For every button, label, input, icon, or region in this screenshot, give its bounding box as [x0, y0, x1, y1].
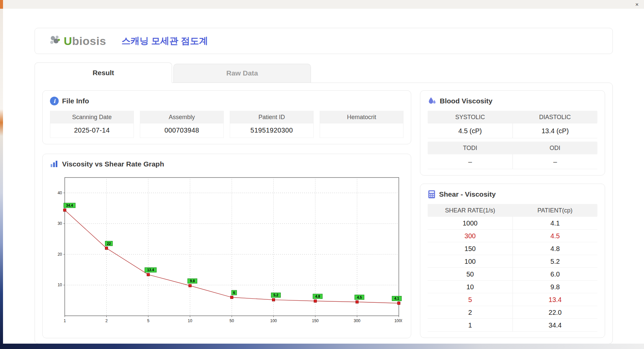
- svg-text:13.4: 13.4: [147, 268, 154, 272]
- table-row: 513.4: [428, 293, 597, 306]
- table-row: 134.4: [428, 319, 597, 332]
- table-row: 10004.1: [428, 217, 597, 230]
- bv-header: DIASTOLIC: [513, 111, 597, 123]
- table-row: 3004.5: [428, 230, 597, 242]
- shear-table: SHEAR RATE(1/s)PATIENT(cp)10004.13004.51…: [428, 204, 597, 332]
- patient-cp-cell: 34.4: [513, 319, 597, 332]
- ubiosis-logo-icon: [48, 34, 62, 48]
- shear-rate-cell: 1000: [428, 217, 513, 230]
- svg-text:20: 20: [58, 252, 62, 257]
- bv-header-row: SYSTOLICDIASTOLIC: [428, 111, 597, 123]
- svg-text:2: 2: [105, 318, 108, 323]
- patient-cp-cell: 4.8: [513, 242, 597, 255]
- graph-title-row: Viscosity vs Shear Rate Graph: [50, 160, 404, 168]
- header-card: U biosis 스캐닝 모세관 점도계: [35, 28, 613, 54]
- right-column: Blood Viscosity SYSTOLICDIASTOLIC4.5 (cP…: [420, 90, 605, 336]
- bv-value: 4.5 (cP): [428, 123, 513, 138]
- svg-text:40: 40: [58, 191, 62, 195]
- bv-header-row: TODIODI: [428, 142, 597, 154]
- svg-text:30: 30: [58, 221, 62, 226]
- logo-text: U biosis: [64, 35, 106, 48]
- page-title: 스캐닝 모세관 점도계: [121, 35, 208, 47]
- field-label: Assembly: [140, 111, 223, 123]
- field-value: 2025-07-14: [50, 123, 133, 138]
- svg-text:1: 1: [64, 318, 66, 323]
- left-column: i File Info Scanning Date2025-07-14Assem…: [42, 90, 411, 336]
- svg-text:5: 5: [147, 318, 150, 323]
- shear-rate-cell: 5: [428, 293, 513, 306]
- bv-header: SYSTOLIC: [428, 111, 513, 123]
- tab-raw-data[interactable]: Raw Data: [173, 64, 311, 83]
- svg-text:10: 10: [58, 283, 62, 287]
- bv-header: TODI: [428, 142, 513, 154]
- svg-text:4.1: 4.1: [394, 296, 399, 300]
- file-info-title: File Info: [62, 97, 89, 105]
- bv-value-row: ––: [428, 154, 597, 169]
- field-label: Patient ID: [230, 111, 313, 123]
- patient-cp-cell: 9.8: [513, 281, 597, 293]
- table-row: 109.8: [428, 281, 597, 293]
- blood-viscosity-panel: Blood Viscosity SYSTOLICDIASTOLIC4.5 (cP…: [420, 90, 605, 176]
- shear-rate-cell: 100: [428, 255, 513, 268]
- logo-text-rest: biosis: [72, 35, 106, 48]
- app-window: U biosis 스캐닝 모세관 점도계 ResultRaw Data i Fi…: [3, 9, 644, 344]
- file-info-title-row: i File Info: [50, 97, 404, 105]
- table-row: 1005.2: [428, 255, 597, 268]
- calculator-icon: [428, 190, 436, 199]
- bv-value: 13.4 (cP): [513, 123, 597, 138]
- viscosity-chart: 125105010015030010001020304034.42213.49.…: [50, 173, 403, 332]
- patient-cp-cell: 6.0: [513, 268, 597, 281]
- field-label: Scanning Date: [50, 111, 133, 123]
- droplet-icon: [428, 97, 436, 105]
- field-value: 51951920300: [230, 123, 313, 138]
- desktop-edge-accent: [0, 0, 3, 9]
- bv-value: –: [428, 154, 513, 169]
- field-label: Hematocrit: [320, 111, 403, 123]
- svg-text:22: 22: [107, 242, 111, 246]
- svg-text:150: 150: [312, 318, 319, 323]
- bv-row-gap: [428, 138, 597, 142]
- graph-title: Viscosity vs Shear Rate Graph: [62, 160, 164, 168]
- tab-result[interactable]: Result: [35, 62, 172, 83]
- shear-rate-cell: 150: [428, 242, 513, 255]
- shear-rate-cell: 10: [428, 281, 513, 293]
- shear-viscosity-title: Shear - Viscosity: [439, 190, 496, 198]
- graph-panel: Viscosity vs Shear Rate Graph 1251050100…: [42, 154, 411, 338]
- svg-text:50: 50: [229, 318, 234, 323]
- svg-text:4.5: 4.5: [357, 295, 362, 299]
- tabs: ResultRaw Data: [35, 62, 613, 83]
- svg-text:5.2: 5.2: [273, 293, 278, 297]
- taskbar-strip: [0, 344, 644, 349]
- file-info-field: Patient ID51951920300: [230, 111, 314, 138]
- table-row: 506.0: [428, 268, 597, 281]
- svg-text:9.8: 9.8: [190, 279, 195, 283]
- bv-value: –: [513, 154, 597, 169]
- blood-viscosity-table: SYSTOLICDIASTOLIC4.5 (cP)13.4 (cP)TODIOD…: [428, 111, 597, 169]
- svg-text:100: 100: [270, 318, 277, 323]
- file-info-fields: Scanning Date2025-07-14Assembly000703948…: [50, 111, 404, 138]
- bar-chart-icon: [50, 160, 59, 168]
- svg-text:10: 10: [188, 318, 193, 323]
- shear-viscosity-panel: Shear - Viscosity SHEAR RATE(1/s)PATIENT…: [420, 184, 605, 338]
- shear-table-header-row: SHEAR RATE(1/s)PATIENT(cp): [428, 204, 597, 217]
- shear-rate-cell: 50: [428, 268, 513, 281]
- table-row: 1504.8: [428, 242, 597, 255]
- close-button[interactable]: ×: [635, 2, 639, 7]
- blood-viscosity-title: Blood Viscosity: [440, 97, 492, 105]
- shear-rate-cell: 1: [428, 319, 513, 332]
- svg-text:4.8: 4.8: [315, 294, 320, 298]
- field-value: [320, 123, 403, 138]
- field-value: 000703948: [140, 123, 223, 138]
- bv-value-row: 4.5 (cP)13.4 (cP): [428, 123, 597, 138]
- ubiosis-logo: U biosis: [48, 34, 106, 48]
- svg-text:300: 300: [354, 318, 360, 323]
- result-content: i File Info Scanning Date2025-07-14Assem…: [35, 83, 613, 344]
- svg-text:1000: 1000: [394, 318, 402, 323]
- desktop-edge-left: [0, 9, 3, 344]
- shear-rate-cell: 2: [428, 306, 513, 319]
- patient-cp-cell: 4.5: [513, 230, 597, 242]
- svg-text:6: 6: [233, 291, 235, 295]
- bv-header: ODI: [513, 142, 597, 154]
- svg-text:34.4: 34.4: [66, 203, 73, 207]
- patient-cp-cell: 13.4: [513, 293, 597, 306]
